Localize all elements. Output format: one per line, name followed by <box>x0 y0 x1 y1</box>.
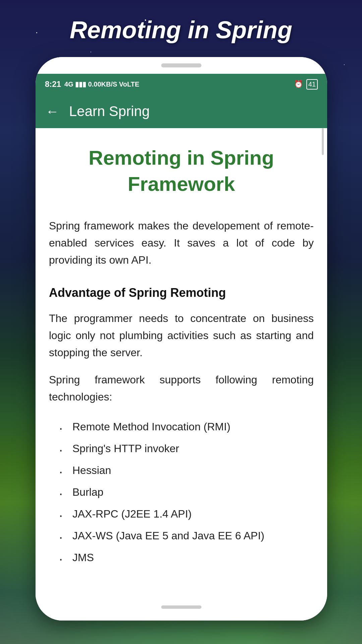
list-item: Remote Method Invocation (RMI) <box>56 416 314 438</box>
scroll-indicator[interactable] <box>322 128 324 155</box>
status-right: ⏰ 41 <box>294 79 318 90</box>
list-item: Spring's HTTP invoker <box>56 438 314 460</box>
list-item: Burlap <box>56 481 314 503</box>
advantage-text2: Spring framework supports following remo… <box>49 371 314 406</box>
page-title: Remoting in Spring <box>0 16 362 44</box>
phone-speaker <box>161 63 201 67</box>
technologies-list: Remote Method Invocation (RMI)Spring's H… <box>49 416 314 569</box>
phone-device: 8:21 4G ▮▮▮ 0.00KB/S VoLTE ⏰ 41 ← Learn … <box>36 57 327 621</box>
advantage-text1: The programmer needs to concentrate on b… <box>49 310 314 362</box>
status-network: 4G ▮▮▮ 0.00KB/S VoLTE <box>64 80 139 88</box>
alarm-icon: ⏰ <box>294 80 303 89</box>
status-bar: 8:21 4G ▮▮▮ 0.00KB/S VoLTE ⏰ 41 <box>36 74 327 95</box>
back-button[interactable]: ← <box>46 104 59 119</box>
battery-indicator: 41 <box>306 79 318 90</box>
list-item: JAX-WS (Java EE 5 and Java EE 6 API) <box>56 525 314 547</box>
list-item: Hessian <box>56 460 314 481</box>
phone-top-bar <box>36 57 327 74</box>
status-left: 8:21 4G ▮▮▮ 0.00KB/S VoLTE <box>45 79 139 89</box>
app-bar: ← Learn Spring <box>36 95 327 128</box>
list-item: JMS <box>56 547 314 569</box>
article-title: Remoting in Spring Framework <box>49 145 314 197</box>
app-bar-title: Learn Spring <box>69 103 150 119</box>
phone-bottom <box>36 594 327 621</box>
advantage-heading: Advantage of Spring Remoting <box>49 286 314 300</box>
home-indicator[interactable] <box>161 605 201 609</box>
content-area: Remoting in Spring Framework Spring fram… <box>36 128 327 594</box>
status-time: 8:21 <box>45 79 61 89</box>
article-intro: Spring framework makes the developement … <box>49 217 314 269</box>
list-item: JAX-RPC (J2EE 1.4 API) <box>56 503 314 525</box>
